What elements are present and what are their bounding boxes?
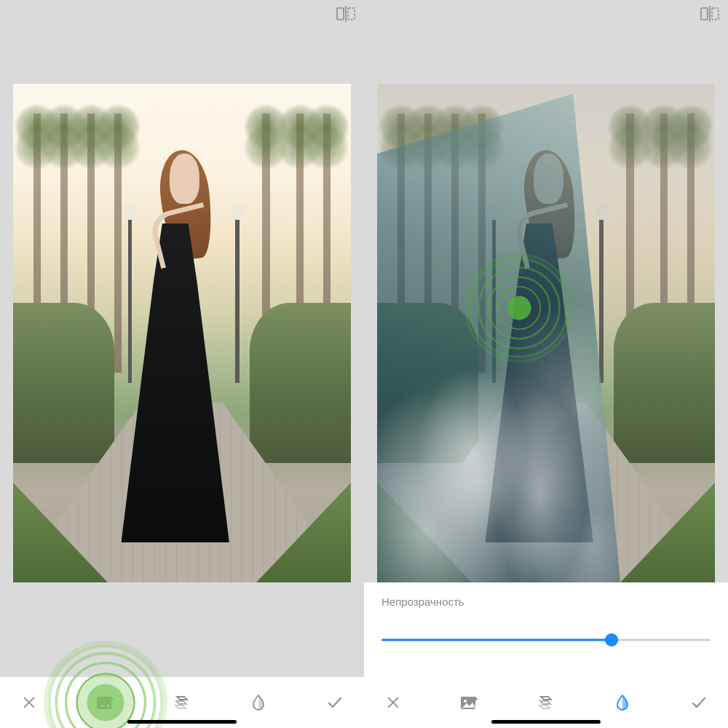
styles-button[interactable] [166,687,198,719]
opacity-panel: Непрозрачность [364,582,728,677]
home-indicator [127,720,237,724]
slider-thumb[interactable] [605,633,618,646]
opacity-button[interactable] [606,687,638,719]
right-pane: Непрозрачность [364,0,728,728]
toolbar-right [364,677,728,728]
photo-doubleexposure[interactable] [377,84,715,582]
canvas-area-left[interactable] [0,0,364,728]
add-image-button[interactable] [90,687,122,719]
opacity-button[interactable] [242,687,274,719]
add-image-button[interactable] [454,687,486,719]
svg-point-6 [100,700,103,703]
home-indicator [491,720,601,724]
confirm-button[interactable] [319,687,351,719]
cancel-button[interactable] [13,687,45,719]
left-pane [0,0,364,728]
svg-point-15 [464,700,467,703]
cancel-button[interactable] [377,687,409,719]
opacity-label: Непрозрачность [381,596,711,608]
photo-original[interactable] [13,84,351,582]
toolbar-left [0,677,364,728]
confirm-button[interactable] [683,687,715,719]
opacity-slider[interactable] [381,633,711,647]
slider-fill [381,639,612,641]
styles-button[interactable] [530,687,562,719]
